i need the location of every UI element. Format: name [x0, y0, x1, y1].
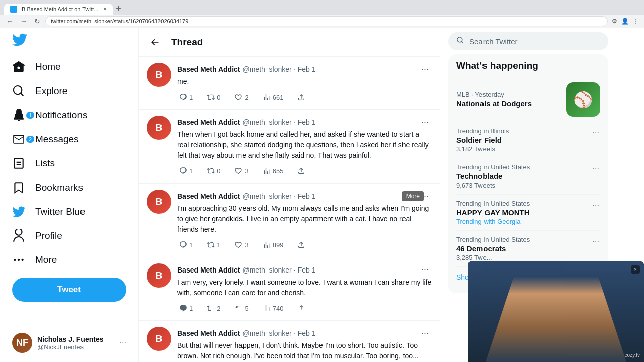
share-action-2[interactable]: [295, 239, 307, 251]
tweet-user-info-4: Based Meth Addict @meth_slonker · Feb 1: [177, 329, 315, 337]
like-action-1[interactable]: 3: [232, 165, 250, 177]
reply-action-0[interactable]: 1: [177, 91, 195, 103]
like-action-2[interactable]: 3: [232, 239, 250, 251]
explore-label: Explore: [35, 85, 67, 97]
sidebar-item-notifications[interactable]: 1 Notifications: [6, 104, 132, 127]
views-action-0[interactable]: 661: [261, 91, 286, 103]
video-close-button[interactable]: ×: [631, 265, 640, 274]
forward-button[interactable]: →: [18, 16, 29, 26]
tweet-name-3: Based Meth Addict: [177, 266, 240, 274]
mail-icon: 2: [12, 133, 25, 146]
views-count-2: 899: [273, 241, 284, 249]
search-box: [448, 28, 608, 54]
trend-more-illinois[interactable]: ···: [592, 127, 600, 138]
extensions-button[interactable]: ⚙: [611, 17, 618, 26]
views-count-3: 740: [273, 305, 284, 312]
reply-icon-1: [179, 167, 187, 175]
sidebar-item-messages[interactable]: 2 Messages: [6, 128, 132, 151]
views-action-1[interactable]: 655: [261, 165, 286, 177]
back-arrow-icon: [150, 37, 160, 47]
tweet-more-3[interactable]: ···: [418, 263, 432, 276]
sidebar-item-twitter-blue[interactable]: Twitter Blue: [6, 200, 132, 223]
retweet-action-2[interactable]: 1: [205, 239, 222, 251]
retweet-count-2: 1: [217, 241, 220, 249]
tweet-1[interactable]: B Based Meth Addict @meth_slonker · Feb …: [139, 110, 440, 184]
back-button[interactable]: ←: [4, 16, 15, 26]
like-count-2: 3: [245, 241, 248, 249]
search-input[interactable]: [469, 37, 600, 46]
retweet-action-0[interactable]: 0: [205, 91, 222, 103]
sidebar-user[interactable]: NF Nicholas J. Fuentes @NickJFuentes ···: [6, 328, 132, 358]
views-action-3[interactable]: 740: [261, 302, 286, 314]
more-nav-icon: [12, 253, 25, 266]
tweet-button[interactable]: Tweet: [12, 278, 126, 302]
retweet-count-1: 0: [217, 167, 220, 175]
tweet-4[interactable]: B Based Meth Addict @meth_slonker · Feb …: [139, 321, 440, 362]
trend-item-illinois[interactable]: Trending in Illinois Soldier Field 3,182…: [456, 122, 600, 158]
address-bar[interactable]: twitter.com/meth_slonker/status/16207064…: [45, 16, 608, 26]
thread-title: Thread: [171, 37, 203, 48]
active-tab[interactable]: IB Based Meth Addict on Twitt... ×: [4, 4, 113, 15]
views-icon-1: [263, 167, 271, 175]
video-content: × cozy.tv: [468, 261, 644, 362]
search-input-wrap[interactable]: [448, 32, 608, 50]
retweet-action-1[interactable]: 0: [205, 165, 222, 177]
reply-action-1[interactable]: 1: [177, 165, 195, 177]
share-action-1[interactable]: [295, 165, 307, 177]
tweet-3[interactable]: B Based Meth Addict @meth_slonker · Feb …: [139, 257, 440, 321]
tweet-more-2[interactable]: ··· More: [418, 190, 432, 202]
tweet-time-2: Feb 1: [298, 192, 316, 200]
thread-header: Thread: [139, 28, 440, 57]
back-button[interactable]: [147, 34, 163, 50]
avatar-initials: NF: [12, 333, 32, 353]
share-action-3[interactable]: [295, 302, 307, 314]
trend-more-46-democrats[interactable]: ···: [592, 236, 600, 247]
trend-more-happy-gay-month[interactable]: ···: [592, 200, 600, 211]
twitter-blue-icon: [12, 205, 25, 218]
profile-button[interactable]: 👤: [620, 17, 630, 26]
new-tab-button[interactable]: +: [113, 4, 124, 14]
retweet-icon-0: [207, 93, 215, 101]
tab-close[interactable]: ×: [103, 6, 107, 13]
views-action-2[interactable]: 899: [261, 239, 286, 251]
share-action-0[interactable]: [295, 91, 307, 103]
trend-count-illinois: 3,182 Tweets: [456, 145, 592, 153]
reply-count-2: 1: [189, 241, 193, 249]
tweet-user-info-2: Based Meth Addict @meth_slonker · Feb 1: [177, 192, 315, 200]
trend-item-happy-gay-month[interactable]: Trending in United States HAPPY GAY MONT…: [456, 195, 600, 231]
sidebar-item-home[interactable]: Home: [6, 55, 132, 78]
reload-button[interactable]: ↻: [32, 16, 42, 26]
reply-action-3[interactable]: 1: [177, 302, 195, 314]
sidebar-item-profile[interactable]: Profile: [6, 224, 132, 247]
trend-item-technoblade[interactable]: Trending in United States Technoblade 9,…: [456, 158, 600, 195]
twitter-logo[interactable]: [6, 28, 132, 53]
trend-more-technoblade[interactable]: ···: [592, 163, 600, 174]
sidebar-item-explore[interactable]: Explore: [6, 79, 132, 103]
trend-item-mlb[interactable]: MLB · Yesterday Nationals at Dodgers ⚾: [456, 77, 600, 122]
sidebar-item-more[interactable]: More: [6, 248, 132, 272]
retweet-icon-3: [207, 304, 215, 312]
tab-favicon: [10, 6, 17, 13]
like-action-0[interactable]: 2: [232, 91, 250, 103]
tweet-0[interactable]: B Based Meth Addict @meth_slonker · Feb …: [139, 57, 440, 110]
menu-button[interactable]: ⋮: [632, 17, 640, 26]
trend-context-illinois: Trending in Illinois: [456, 127, 592, 135]
tweet-more-0[interactable]: ···: [418, 63, 432, 75]
share-icon-3: [297, 304, 305, 312]
like-action-3[interactable]: 5: [232, 302, 250, 314]
sidebar-item-bookmarks[interactable]: Bookmarks: [6, 176, 132, 199]
avatar-initials-4: B: [147, 327, 171, 351]
tweet-2[interactable]: B Based Meth Addict @meth_slonker · Feb …: [139, 184, 440, 257]
tweet-more-4[interactable]: ···: [418, 327, 432, 339]
reply-action-2[interactable]: 1: [177, 239, 195, 251]
user-more-icon[interactable]: ···: [120, 338, 126, 347]
user-avatar: NF: [12, 333, 32, 353]
tweet-text-0: me.: [177, 76, 432, 87]
tab-title: IB Based Meth Addict on Twitt...: [20, 6, 98, 12]
sidebar-item-lists[interactable]: Lists: [6, 152, 132, 175]
user-handle: @NickJFuentes: [37, 343, 115, 351]
retweet-action-3[interactable]: 2: [205, 302, 222, 314]
reply-icon-2: [179, 241, 187, 249]
tweet-text-2: I'm approaching 30 years old. My mom alw…: [177, 203, 432, 235]
tweet-more-1[interactable]: ···: [418, 116, 432, 128]
